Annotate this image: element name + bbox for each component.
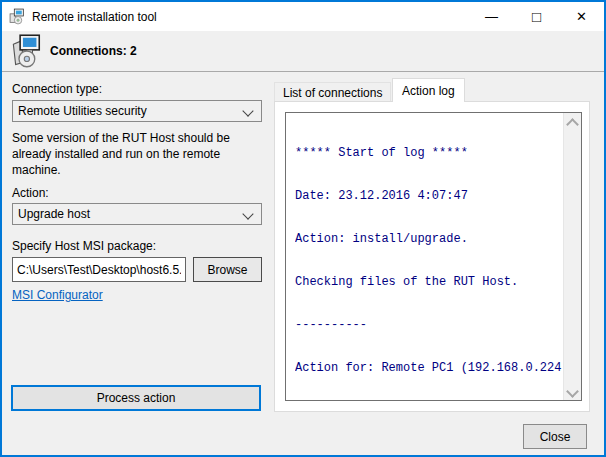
window-title: Remote installation tool — [32, 10, 157, 24]
log-line: Checking files of the RUT Host. — [295, 275, 562, 290]
browse-button[interactable]: Browse — [193, 257, 262, 282]
msi-package-label: Specify Host MSI package: — [12, 239, 156, 253]
installer-app-icon — [9, 8, 26, 25]
tab-action-log[interactable]: Action log — [392, 78, 465, 102]
log-line: ***** Start of log ***** — [295, 146, 562, 161]
log-line: Action: install/upgrade. — [295, 232, 562, 247]
connection-type-value: Remote Utilities security — [18, 104, 147, 118]
msi-configurator-link[interactable]: MSI Configurator — [12, 288, 103, 302]
log-line: ---------- — [295, 318, 562, 333]
chevron-down-icon — [242, 208, 253, 219]
connections-count-label: Connections: 2 — [50, 44, 137, 58]
info-text: Some version of the RUT Host should be a… — [12, 130, 266, 178]
chevron-down-icon — [242, 105, 253, 116]
log-scrollbar[interactable] — [563, 113, 581, 400]
connection-type-label: Connection type: — [12, 82, 102, 96]
remote-installation-tool-window: Remote installation tool — □ ✕ Connectio… — [0, 0, 606, 457]
tab-list-of-connections[interactable]: List of connections — [274, 82, 391, 102]
close-icon[interactable]: ✕ — [559, 2, 604, 31]
header-strip: Connections: 2 — [2, 31, 604, 72]
msi-path-input[interactable] — [12, 257, 186, 282]
maximize-icon[interactable]: □ — [514, 2, 559, 31]
minimize-icon[interactable]: — — [469, 2, 514, 31]
close-button[interactable]: Close — [523, 424, 587, 449]
action-dropdown[interactable]: Upgrade host — [12, 203, 262, 225]
log-line: Date: 23.12.2016 4:07:47 — [295, 189, 562, 204]
titlebar-controls: — □ ✕ — [469, 2, 604, 31]
log-line: Action for: Remote PC1 (192.168.0.224) — [295, 361, 562, 376]
process-action-button[interactable]: Process action — [11, 385, 261, 411]
action-label: Action: — [12, 186, 49, 200]
titlebar[interactable]: Remote installation tool — □ ✕ — [2, 2, 604, 31]
install-package-icon — [10, 33, 46, 69]
scroll-up-icon[interactable] — [564, 113, 581, 130]
connection-type-dropdown[interactable]: Remote Utilities security — [12, 100, 262, 122]
log-text: ***** Start of log ***** Date: 23.12.201… — [295, 118, 562, 398]
action-log-textarea[interactable]: ***** Start of log ***** Date: 23.12.201… — [285, 112, 582, 401]
scroll-down-icon[interactable] — [564, 383, 581, 400]
action-value: Upgrade host — [18, 207, 90, 221]
